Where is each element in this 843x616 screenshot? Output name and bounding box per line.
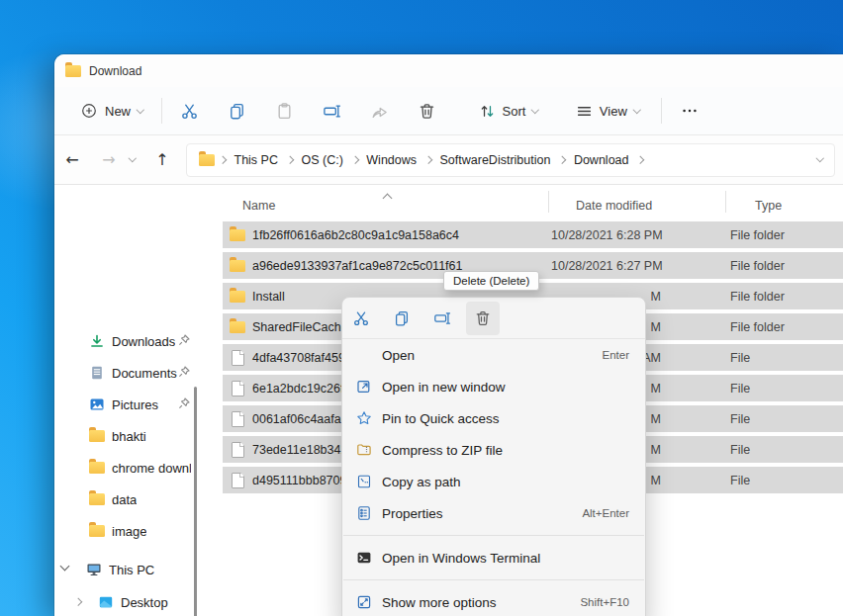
breadcrumb-download[interactable]: Download bbox=[568, 150, 635, 170]
open-new-window-icon bbox=[356, 379, 374, 395]
cut-icon bbox=[352, 309, 370, 327]
menu-item-label: Compress to ZIP file bbox=[382, 443, 503, 458]
column-divider[interactable] bbox=[725, 191, 726, 213]
pictures-icon bbox=[89, 396, 105, 412]
sidebar-scrollbar[interactable] bbox=[194, 387, 197, 616]
menu-item-label: Copy as path bbox=[382, 475, 461, 489]
sidebar-label: Desktop bbox=[121, 595, 168, 610]
view-label: View bbox=[600, 104, 627, 119]
folder-icon bbox=[89, 525, 105, 537]
menu-item-compress-to-zip[interactable]: Compress to ZIP file bbox=[342, 434, 645, 466]
sidebar-label: data bbox=[112, 492, 137, 507]
desktop-icon bbox=[98, 594, 114, 610]
file-icon bbox=[232, 473, 244, 488]
column-header-type[interactable]: Type bbox=[755, 199, 782, 213]
tab-title: Download bbox=[89, 64, 141, 78]
pin-icon bbox=[178, 397, 190, 409]
paste-button[interactable] bbox=[267, 93, 303, 129]
menu-item-label: Properties bbox=[382, 506, 443, 521]
context-menu-quick-actions bbox=[342, 298, 645, 339]
window-tab[interactable]: Download bbox=[65, 64, 141, 78]
forward-button[interactable]: → bbox=[95, 146, 123, 174]
breadcrumb-this-pc[interactable]: This PC bbox=[229, 150, 284, 170]
file-name: 0061af06c4aafac5 bbox=[252, 412, 354, 426]
breadcrumb-separator bbox=[220, 157, 226, 163]
recent-locations-button[interactable] bbox=[123, 146, 142, 174]
cut-button[interactable] bbox=[344, 302, 378, 335]
chevron-down-icon bbox=[137, 106, 144, 114]
chevron-down-icon bbox=[60, 562, 70, 572]
location-folder-icon bbox=[199, 154, 215, 166]
column-divider[interactable] bbox=[548, 191, 549, 213]
pin-icon bbox=[178, 366, 190, 378]
menu-item-label: Open in new window bbox=[382, 380, 506, 395]
show-more-icon bbox=[356, 594, 374, 610]
delete-icon bbox=[474, 309, 492, 327]
this-pc-icon bbox=[86, 562, 102, 577]
breadcrumb-os-c[interactable]: OS (C:) bbox=[295, 150, 348, 170]
menu-item-pin-to-quick-access[interactable]: Pin to Quick access bbox=[342, 402, 645, 434]
address-bar[interactable]: This PC OS (C:) Windows SoftwareDistribu… bbox=[186, 143, 835, 177]
folder-icon bbox=[230, 321, 245, 333]
view-button[interactable]: View bbox=[568, 97, 647, 126]
copy-path-icon bbox=[356, 474, 374, 489]
file-name: a96ede9133937af1ca9e872c5c011f61 bbox=[252, 259, 462, 273]
file-type: File folder bbox=[730, 320, 785, 334]
menu-item-open-in-windows-terminal[interactable]: Open in Windows Terminal bbox=[342, 542, 645, 573]
file-icon bbox=[232, 442, 244, 458]
sidebar-label: bhakti bbox=[112, 429, 146, 444]
menu-item-show-more-options[interactable]: Show more options Shift+F10 bbox=[342, 586, 645, 616]
file-name: 1fb26ff0616a6b2c80c9a1c9a158a6c4 bbox=[252, 228, 459, 242]
new-button[interactable]: New bbox=[72, 96, 151, 126]
copy-button[interactable] bbox=[385, 302, 419, 335]
menu-item-properties[interactable]: Properties Alt+Enter bbox=[342, 497, 645, 529]
breadcrumb-separator bbox=[352, 157, 358, 163]
file-type: File folder bbox=[730, 290, 785, 304]
chevron-down-icon bbox=[633, 106, 641, 114]
no-icon bbox=[356, 347, 374, 363]
column-header-name[interactable]: Name bbox=[242, 199, 275, 213]
breadcrumb-windows[interactable]: Windows bbox=[360, 150, 422, 170]
file-icon bbox=[232, 411, 244, 427]
address-dropdown-icon[interactable] bbox=[815, 153, 823, 161]
sort-arrows-icon bbox=[479, 103, 496, 120]
breadcrumb-separator bbox=[287, 157, 293, 163]
sort-button[interactable]: Sort bbox=[471, 97, 546, 126]
rename-button[interactable] bbox=[315, 93, 350, 129]
rename-icon bbox=[433, 309, 451, 327]
downloads-icon bbox=[89, 333, 105, 349]
more-options-button[interactable] bbox=[672, 93, 707, 129]
menu-item-copy-as-path[interactable]: Copy as path bbox=[342, 466, 645, 497]
share-button[interactable] bbox=[362, 93, 398, 129]
menu-item-open-in-new-window[interactable]: Open in new window bbox=[342, 371, 645, 402]
delete-button[interactable] bbox=[466, 302, 500, 335]
file-type: File bbox=[730, 443, 750, 457]
toolbar-divider bbox=[161, 98, 162, 124]
context-menu: Open Enter Open in new window Pin to Qui… bbox=[341, 297, 646, 616]
folder-icon bbox=[230, 291, 245, 303]
up-button[interactable]: ↑ bbox=[148, 146, 176, 174]
copy-button[interactable] bbox=[220, 93, 255, 129]
cut-button[interactable] bbox=[172, 93, 208, 129]
chevron-down-icon bbox=[531, 106, 539, 114]
chevron-right-icon bbox=[74, 598, 82, 606]
desktop-background: Download New bbox=[0, 0, 843, 616]
sidebar-label: chrome downlo bbox=[112, 461, 191, 476]
menu-item-open[interactable]: Open Enter bbox=[342, 339, 645, 371]
terminal-icon bbox=[356, 550, 374, 566]
back-button[interactable]: ← bbox=[58, 146, 86, 174]
rename-icon bbox=[323, 102, 341, 121]
file-type: File folder bbox=[730, 228, 785, 242]
file-type: File bbox=[730, 412, 750, 426]
rename-button[interactable] bbox=[425, 302, 459, 335]
file-row[interactable]: 1fb26ff0616a6b2c80c9a1c9a158a6c4 10/28/2… bbox=[223, 221, 843, 248]
cut-icon bbox=[180, 102, 199, 121]
folder-icon bbox=[65, 65, 81, 77]
delete-tooltip: Delete (Delete) bbox=[443, 271, 539, 291]
menu-separator bbox=[343, 535, 644, 536]
menu-item-shortcut: Alt+Enter bbox=[582, 507, 629, 519]
menu-separator bbox=[343, 579, 644, 580]
delete-button[interactable] bbox=[410, 93, 445, 129]
column-header-date-modified[interactable]: Date modified bbox=[576, 199, 652, 213]
breadcrumb-softwaredistribution[interactable]: SoftwareDistribution bbox=[434, 150, 557, 170]
